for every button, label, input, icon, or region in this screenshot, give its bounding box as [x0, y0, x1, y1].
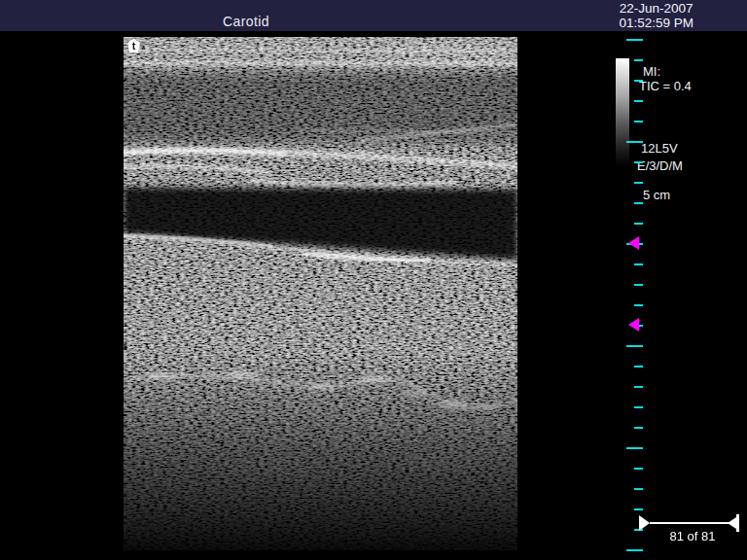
ruler-tick — [626, 345, 643, 347]
ruler-tick — [634, 263, 643, 265]
date-text: 22-Jun-2007 — [619, 1, 694, 16]
tic-value: TIC = 0.4 — [639, 79, 692, 93]
ruler-tick — [634, 284, 643, 286]
transducer-label: 12L5V — [641, 141, 678, 156]
ruler-tick — [634, 202, 643, 204]
frame-counter: 81 of 81 — [644, 529, 741, 543]
ruler-tick — [634, 182, 643, 184]
ruler-tick — [634, 386, 643, 388]
title-bar: Carotid 22-Jun-2007 01:52:59 PM — [0, 0, 747, 31]
ruler-tick — [634, 508, 643, 510]
ruler-tick — [634, 366, 643, 368]
grayscale-bar — [616, 58, 629, 166]
ultrasound-canvas[interactable] — [124, 37, 517, 550]
focal-zone-marker-icon[interactable] — [628, 236, 639, 250]
time-text: 01:52:59 PM — [619, 16, 694, 30]
exam-type-title: Carotid — [223, 14, 269, 29]
preset-mode-label: E/3/D/M — [637, 158, 683, 173]
depth-label: 5 cm — [643, 188, 670, 202]
ruler-tick — [634, 406, 643, 408]
ruler-tick — [634, 100, 643, 102]
focal-zone-marker-icon[interactable] — [628, 318, 639, 332]
ruler-tick — [634, 488, 643, 490]
ruler-tick — [634, 121, 643, 122]
ruler-tick — [626, 549, 643, 551]
orientation-glyph: t — [132, 40, 136, 52]
ruler-tick — [634, 325, 643, 327]
orientation-marker-icon: t — [126, 38, 141, 53]
ruler-tick — [634, 304, 643, 306]
cine-track[interactable] — [650, 522, 732, 524]
ruler-tick — [634, 59, 643, 61]
ultrasound-screen: Carotid 22-Jun-2007 01:52:59 PM — [0, 0, 747, 560]
ruler-tick — [634, 427, 643, 429]
ruler-tick — [634, 468, 643, 470]
ultrasound-image[interactable]: t — [124, 37, 517, 550]
ruler-tick — [626, 447, 643, 449]
ruler-tick — [626, 243, 643, 245]
mi-label: MI: — [643, 64, 660, 79]
ruler-tick — [626, 39, 643, 41]
ruler-tick — [634, 223, 643, 225]
cine-end-arrow-icon[interactable] — [728, 517, 736, 529]
datetime: 22-Jun-2007 01:52:59 PM — [619, 1, 694, 30]
